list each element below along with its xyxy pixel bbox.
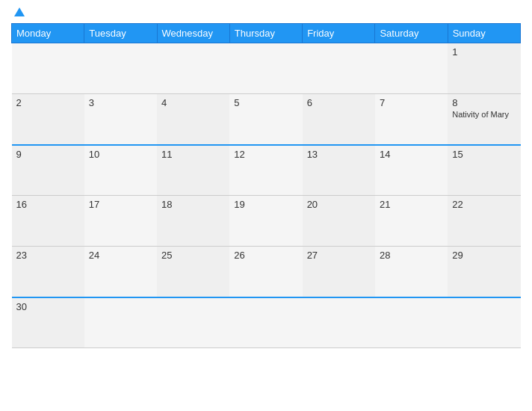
- day-number: 10: [89, 149, 152, 160]
- calendar-table: MondayTuesdayWednesdayThursdayFridaySatu…: [11, 23, 521, 348]
- day-number: 8: [452, 97, 516, 108]
- day-cell: 3: [84, 94, 157, 145]
- day-number: 15: [452, 149, 516, 160]
- calendar-header: MondayTuesdayWednesdayThursdayFridaySatu…: [12, 24, 521, 43]
- day-cell: 8Nativity of Mary: [448, 94, 520, 145]
- day-cell: [229, 297, 302, 348]
- day-number: 3: [89, 97, 152, 108]
- week-row-0: 1: [12, 43, 521, 94]
- week-row-1: 2345678Nativity of Mary: [12, 94, 521, 145]
- logo-triangle-icon: [14, 7, 25, 16]
- day-number: 1: [452, 46, 516, 58]
- day-cell: 30: [12, 297, 84, 348]
- day-number: 2: [16, 97, 80, 108]
- day-cell: [84, 297, 157, 348]
- day-number: 4: [161, 97, 225, 108]
- day-cell: 22: [448, 196, 520, 247]
- day-header-friday: Friday: [303, 24, 375, 43]
- day-header-wednesday: Wednesday: [157, 24, 229, 43]
- day-cell: [375, 297, 448, 348]
- day-cell: [448, 297, 520, 348]
- day-header-sunday: Sunday: [448, 24, 520, 43]
- day-header-monday: Monday: [12, 24, 84, 43]
- day-number: 13: [307, 149, 371, 160]
- day-number: 22: [452, 199, 516, 210]
- day-number: 14: [380, 149, 443, 160]
- day-number: 17: [89, 199, 152, 210]
- day-cell: 20: [303, 196, 375, 247]
- day-cell: [303, 297, 375, 348]
- day-number: 27: [307, 250, 371, 261]
- day-cell: 12: [229, 145, 302, 196]
- day-number: 23: [16, 250, 80, 261]
- week-row-2: 9101112131415: [12, 145, 521, 196]
- day-number: 11: [161, 149, 225, 160]
- day-number: 24: [89, 250, 152, 261]
- day-cell: 24: [84, 247, 157, 297]
- day-cell: [157, 297, 229, 348]
- week-row-5: 30: [12, 297, 521, 348]
- day-cell: 27: [303, 247, 375, 297]
- day-cell: 10: [84, 145, 157, 196]
- week-row-3: 16171819202122: [12, 196, 521, 247]
- day-number: 25: [161, 250, 225, 261]
- day-cell: [12, 43, 84, 94]
- day-cell: 17: [84, 196, 157, 247]
- day-cell: 26: [229, 247, 302, 297]
- day-number: 12: [234, 149, 297, 160]
- header: [11, 7, 521, 17]
- day-number: 29: [452, 250, 516, 261]
- day-cell: 18: [157, 196, 229, 247]
- day-cell: [303, 43, 375, 94]
- day-header-tuesday: Tuesday: [84, 24, 157, 43]
- day-cell: 4: [157, 94, 229, 145]
- day-cell: 14: [375, 145, 448, 196]
- days-header-row: MondayTuesdayWednesdayThursdayFridaySatu…: [12, 24, 521, 43]
- day-number: 28: [380, 250, 443, 261]
- day-number: 21: [380, 199, 443, 210]
- day-number: 30: [16, 301, 80, 312]
- day-cell: 16: [12, 196, 84, 247]
- day-header-saturday: Saturday: [375, 24, 448, 43]
- event-text: Nativity of Mary: [452, 110, 509, 119]
- day-number: 7: [380, 97, 443, 108]
- day-number: 9: [16, 149, 80, 160]
- calendar-page: MondayTuesdayWednesdayThursdayFridaySatu…: [0, 0, 532, 411]
- day-cell: 29: [448, 247, 520, 297]
- day-cell: 11: [157, 145, 229, 196]
- day-number: 16: [16, 199, 80, 210]
- calendar-body: 12345678Nativity of Mary9101112131415161…: [12, 43, 521, 348]
- day-cell: 19: [229, 196, 302, 247]
- day-cell: 25: [157, 247, 229, 297]
- day-header-thursday: Thursday: [229, 24, 302, 43]
- logo: [11, 7, 25, 17]
- day-cell: 6: [303, 94, 375, 145]
- day-cell: 15: [448, 145, 520, 196]
- day-number: 5: [234, 97, 297, 108]
- day-number: 26: [234, 250, 297, 261]
- day-cell: 9: [12, 145, 84, 196]
- day-cell: 13: [303, 145, 375, 196]
- day-number: 19: [234, 199, 297, 210]
- day-cell: 21: [375, 196, 448, 247]
- day-cell: 1: [448, 43, 520, 94]
- day-cell: 7: [375, 94, 448, 145]
- day-cell: [84, 43, 157, 94]
- day-cell: 2: [12, 94, 84, 145]
- day-cell: [375, 43, 448, 94]
- day-number: 18: [161, 199, 225, 210]
- day-cell: [229, 43, 302, 94]
- week-row-4: 23242526272829: [12, 247, 521, 297]
- day-cell: [157, 43, 229, 94]
- day-number: 6: [307, 97, 371, 108]
- day-cell: 23: [12, 247, 84, 297]
- day-cell: 5: [229, 94, 302, 145]
- day-cell: 28: [375, 247, 448, 297]
- day-number: 20: [307, 199, 371, 210]
